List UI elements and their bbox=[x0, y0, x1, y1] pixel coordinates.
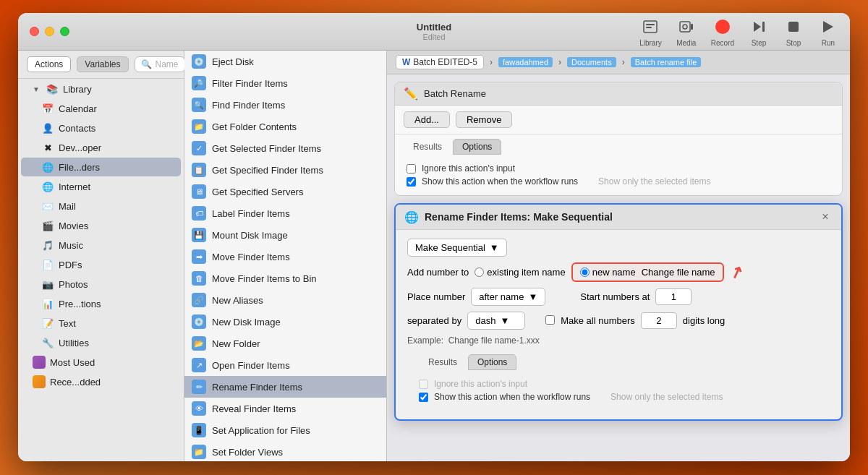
close-button[interactable] bbox=[30, 27, 39, 36]
sidebar-item-calendar[interactable]: 📅 Calendar bbox=[21, 99, 181, 118]
step-button[interactable]: Step bbox=[749, 17, 769, 47]
actions-list-panel: 💿 Eject Disk 🔎 Filter Finder Items 🔍 Fin… bbox=[184, 51, 387, 461]
calendar-icon: 📅 bbox=[41, 102, 54, 115]
svg-rect-2 bbox=[646, 27, 652, 28]
sidebar-item-mail[interactable]: ✉️ Mail bbox=[21, 197, 181, 215]
sidebar-item-utilities[interactable]: 🔧 Utilities bbox=[21, 333, 181, 352]
movies-icon: 🎬 bbox=[41, 219, 54, 232]
run-icon bbox=[818, 17, 838, 37]
minimize-button[interactable] bbox=[45, 27, 54, 36]
sidebar-item-finders[interactable]: 🌐 File...ders bbox=[21, 158, 181, 176]
make-all-numbers-checkbox[interactable] bbox=[545, 315, 555, 325]
rename-results-tabs: Results Options bbox=[407, 350, 830, 370]
sidebar-item-text[interactable]: 📝 Text bbox=[21, 314, 181, 333]
action-get-folder-contents[interactable]: 📁 Get Folder Contents bbox=[184, 116, 386, 137]
sidebar-item-music[interactable]: 🎵 Music bbox=[21, 236, 181, 254]
rename-results-tab[interactable]: Results bbox=[419, 354, 467, 370]
action-get-specified-finder-items[interactable]: 📋 Get Specified Finder Items bbox=[184, 159, 386, 181]
sidebar-item-library[interactable]: ▼ 📚 Library bbox=[21, 80, 181, 98]
existing-radio-input[interactable] bbox=[475, 268, 484, 277]
sidebar-item-recently-added[interactable]: Rece...dded bbox=[21, 372, 181, 391]
sidebar-item-contacts[interactable]: 👤 Contacts bbox=[21, 119, 181, 137]
servers-icon: 🖥 bbox=[192, 184, 206, 199]
stop-icon bbox=[783, 17, 804, 37]
action-set-folder-views[interactable]: 📁 Set Folder Views bbox=[184, 441, 386, 461]
action-open-finder-items[interactable]: ↗ Open Finder Items bbox=[184, 354, 386, 376]
action-reveal-finder-items[interactable]: 👁 Reveal Finder Items bbox=[184, 398, 386, 419]
rename-options-tab[interactable]: Options bbox=[468, 354, 516, 370]
rename-finder-items-panel: 🌐 Rename Finder Items: Make Sequential ×… bbox=[394, 203, 843, 421]
show-workflow-checkbox[interactable] bbox=[407, 177, 416, 187]
after-name-dropdown[interactable]: after name ▼ bbox=[471, 288, 545, 306]
action-eject-disk[interactable]: 💿 Eject Disk bbox=[184, 51, 386, 72]
contacts-icon: 👤 bbox=[41, 121, 54, 134]
action-new-folder[interactable]: 📂 New Folder bbox=[184, 333, 386, 354]
find-icon: 🔍 bbox=[192, 98, 206, 112]
breadcrumb: W Batch EDITED-5 › fawadahmed › Document… bbox=[387, 51, 850, 74]
action-rename-finder-items[interactable]: ✏ Rename Finder Items bbox=[184, 376, 386, 398]
rename-show-workflow-checkbox[interactable] bbox=[419, 393, 428, 402]
action-find-finder-items[interactable]: 🔍 Find Finder Items bbox=[184, 94, 386, 116]
sidebar-item-presentations[interactable]: 📊 Pre...tions bbox=[21, 294, 181, 313]
rename-panel-icon: 🌐 bbox=[404, 210, 419, 224]
run-button[interactable]: Run bbox=[818, 17, 838, 47]
sidebar-item-movies[interactable]: 🎬 Movies bbox=[21, 216, 181, 235]
sidebar-item-developer[interactable]: ✖ Dev...oper bbox=[21, 138, 181, 157]
media-button[interactable]: Media bbox=[676, 17, 697, 47]
svg-rect-3 bbox=[680, 22, 690, 32]
action-get-specified-servers[interactable]: 🖥 Get Specified Servers bbox=[184, 181, 386, 202]
chevron-down-icon2: ▼ bbox=[528, 291, 537, 302]
dash-dropdown[interactable]: dash ▼ bbox=[467, 312, 525, 330]
action-filter-finder-items[interactable]: 🔎 Filter Finder Items bbox=[184, 72, 386, 94]
library-button[interactable]: Library bbox=[639, 17, 662, 47]
maximize-button[interactable] bbox=[60, 27, 69, 36]
eject-disk-icon: 💿 bbox=[192, 54, 206, 69]
action-label-finder-items[interactable]: 🏷 Label Finder Items bbox=[184, 202, 386, 224]
rename-panel-header: 🌐 Rename Finder Items: Make Sequential × bbox=[396, 205, 841, 230]
options-tab[interactable]: Options bbox=[453, 139, 501, 155]
batch-rename-panel: ✏️ Batch Rename Add... Remove Results Op… bbox=[394, 82, 843, 196]
new-name-radio[interactable]: new name bbox=[580, 267, 636, 278]
sidebar-item-most-used[interactable]: Most Used bbox=[21, 353, 181, 372]
sidebar-item-internet[interactable]: 🌐 Internet bbox=[21, 177, 181, 196]
action-move-to-bin[interactable]: 🗑 Move Finder Items to Bin bbox=[184, 268, 386, 289]
rename-ignore-checkbox[interactable] bbox=[419, 380, 428, 389]
music-icon: 🎵 bbox=[41, 239, 54, 252]
make-sequential-dropdown[interactable]: Make Sequential ▼ bbox=[407, 239, 507, 257]
action-move-finder-items[interactable]: ➡ Move Finder Items bbox=[184, 246, 386, 268]
existing-item-name-radio[interactable]: existing item name bbox=[475, 267, 565, 278]
library-icon: 📚 bbox=[46, 82, 59, 95]
sidebar-list: ▼ 📚 Library 📅 Calendar 👤 Contacts ✖ Dev.… bbox=[18, 79, 184, 461]
batch-rename-icon: ✏️ bbox=[404, 87, 418, 100]
example-row: Example: Change file name-1.xxx bbox=[407, 335, 830, 346]
action-set-application[interactable]: 📱 Set Application for Files bbox=[184, 419, 386, 441]
search-box[interactable]: 🔍 Name bbox=[135, 56, 185, 72]
add-button[interactable]: Add... bbox=[404, 111, 450, 128]
action-new-aliases[interactable]: 🔗 New Aliases bbox=[184, 289, 386, 311]
sidebar-item-photos[interactable]: 📷 Photos bbox=[21, 275, 181, 294]
svg-marker-6 bbox=[754, 22, 761, 32]
sidebar-item-pdfs[interactable]: 📄 PDFs bbox=[21, 255, 181, 274]
rename-panel-close[interactable]: × bbox=[818, 210, 833, 224]
record-button[interactable]: Record bbox=[711, 17, 734, 47]
digits-input[interactable]: 2 bbox=[641, 312, 677, 329]
start-numbers-input[interactable]: 1 bbox=[655, 288, 692, 305]
new-name-radio-input[interactable] bbox=[580, 268, 590, 277]
selected-icon: ✓ bbox=[192, 141, 206, 155]
open-icon: ↗ bbox=[192, 358, 206, 372]
action-get-selected-finder-items[interactable]: ✓ Get Selected Finder Items bbox=[184, 137, 386, 159]
ignore-input-checkbox[interactable] bbox=[407, 164, 416, 174]
new-name-highlight-box: new name Change file name bbox=[571, 262, 724, 282]
filter-icon: 🔎 bbox=[192, 76, 206, 90]
variables-tab[interactable]: Variables bbox=[77, 56, 128, 72]
action-mount-disk-image[interactable]: 💾 Mount Disk Image bbox=[184, 224, 386, 246]
actions-tab[interactable]: Actions bbox=[27, 56, 71, 72]
results-tab[interactable]: Results bbox=[404, 139, 451, 155]
action-new-disk-image[interactable]: 💿 New Disk Image bbox=[184, 311, 386, 333]
show-workflow-row: Show this action when the workflow runs … bbox=[407, 176, 830, 187]
remove-button[interactable]: Remove bbox=[456, 111, 512, 128]
place-number-row: Place number after name ▼ Start numbers … bbox=[407, 288, 830, 306]
stop-button[interactable]: Stop bbox=[783, 17, 804, 47]
media-icon bbox=[676, 17, 697, 37]
finders-icon: 🌐 bbox=[41, 161, 54, 174]
